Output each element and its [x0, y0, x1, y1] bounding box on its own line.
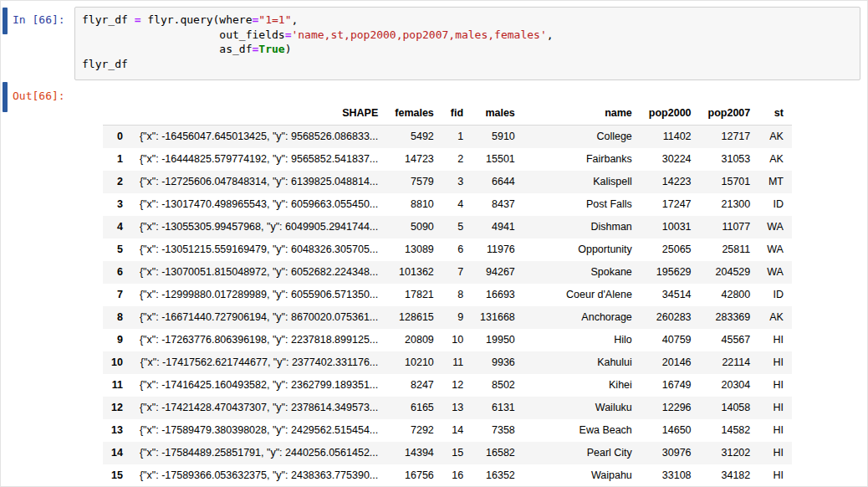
- cell-pop2000: 25065: [641, 238, 700, 261]
- cell-pop2007: 42800: [700, 284, 759, 306]
- cell-pop2007: 45567: [700, 329, 759, 351]
- cell-fid: 10: [442, 329, 472, 351]
- cell-pop2007: 14582: [700, 419, 759, 442]
- cell-pop2007: 204529: [700, 261, 759, 284]
- cell-SHAPE: {"x": -16671440.727906194, "y": 8670020.…: [131, 306, 386, 329]
- cell-males: 94267: [472, 261, 523, 284]
- cell-SHAPE: {"x": -16456047.645013425, "y": 9568526.…: [131, 126, 386, 149]
- row-index: 7: [103, 284, 131, 306]
- dataframe-header: SHAPEfemalesfidmalesnamepop2000pop2007st: [103, 102, 792, 126]
- index-column-header: [103, 102, 131, 126]
- code-editor[interactable]: flyr_df = flyr.query(where="1=1", out_fi…: [74, 7, 860, 80]
- table-row: 2{"x": -12725606.047848314, "y": 6139825…: [103, 171, 792, 193]
- cell-fid: 16: [442, 464, 472, 487]
- cell-males: 6131: [472, 397, 523, 419]
- code-content: flyr_df = flyr.query(where="1=1", out_fi…: [82, 13, 853, 71]
- cell-females: 7579: [386, 171, 442, 193]
- table-row: 5{"x": -13051215.559169479, "y": 6048326…: [103, 238, 792, 261]
- column-header-SHAPE: SHAPE: [131, 102, 386, 126]
- code-token: ): [285, 43, 292, 55]
- cell-pop2000: 17247: [641, 193, 700, 216]
- cell-pop2007: 283369: [700, 306, 759, 329]
- cell-fid: 8: [442, 284, 472, 306]
- cell-st: HI: [758, 464, 792, 487]
- cell-st: ID: [758, 193, 792, 216]
- cell-females: 128615: [386, 306, 442, 329]
- cell-st: AK: [758, 148, 792, 171]
- cell-SHAPE: {"x": -12999880.017289989, "y": 6055906.…: [131, 284, 386, 306]
- cell-st: AK: [758, 306, 792, 329]
- row-index: 1: [103, 148, 131, 171]
- cell-males: 19950: [472, 329, 523, 351]
- table-row: 8{"x": -16671440.727906194, "y": 8670020…: [103, 306, 792, 329]
- cell-males: 9936: [472, 351, 523, 374]
- input-cell-collapser[interactable]: [3, 8, 8, 34]
- column-header-females: females: [386, 102, 442, 126]
- cell-females: 16756: [386, 464, 442, 487]
- table-row: 15{"x": -17589366.053632375, "y": 243836…: [103, 464, 792, 487]
- row-index: 11: [103, 374, 131, 397]
- cell-males: 6644: [472, 171, 523, 193]
- row-index: 8: [103, 306, 131, 329]
- row-index: 4: [103, 216, 131, 238]
- cell-females: 14394: [386, 442, 442, 464]
- code-token: 'name,st,pop2000,pop2007,males,females': [291, 28, 546, 41]
- cell-males: 8502: [472, 374, 523, 397]
- cell-SHAPE: {"x": -17589479.380398028, "y": 2429562.…: [131, 419, 386, 442]
- cell-males: 16352: [472, 464, 523, 487]
- cell-SHAPE: {"x": -17589366.053632375, "y": 2438363.…: [131, 464, 386, 487]
- notebook-page: In [66]: flyr_df = flyr.query(where="1=1…: [0, 0, 868, 487]
- table-row: 0{"x": -16456047.645013425, "y": 9568526…: [103, 126, 792, 149]
- row-index: 2: [103, 171, 131, 193]
- cell-females: 17821: [386, 284, 442, 306]
- row-index: 5: [103, 238, 131, 261]
- cell-males: 5910: [472, 126, 523, 149]
- cell-name: Hilo: [523, 329, 641, 351]
- cell-name: Kahului: [523, 351, 641, 374]
- cell-pop2000: 40759: [641, 329, 700, 351]
- cell-pop2007: 31053: [700, 148, 759, 171]
- cell-pop2000: 14223: [641, 171, 700, 193]
- output-cell-collapser[interactable]: [3, 82, 8, 112]
- cell-st: HI: [758, 442, 792, 464]
- cell-pop2000: 33108: [641, 464, 700, 487]
- cell-fid: 3: [442, 171, 472, 193]
- cell-pop2007: 34182: [700, 464, 759, 487]
- cell-pop2007: 21300: [700, 193, 759, 216]
- cell-females: 5492: [386, 126, 442, 149]
- row-index: 9: [103, 329, 131, 351]
- cell-pop2000: 34514: [641, 284, 700, 306]
- row-index: 3: [103, 193, 131, 216]
- cell-pop2000: 10031: [641, 216, 700, 238]
- row-index: 0: [103, 126, 131, 149]
- code-token: out_fields: [82, 28, 285, 41]
- cell-SHAPE: {"x": -13051215.559169479, "y": 6048326.…: [131, 238, 386, 261]
- row-index: 10: [103, 351, 131, 374]
- cell-name: Waipahu: [523, 464, 641, 487]
- column-header-st: st: [758, 102, 792, 126]
- cell-SHAPE: {"x": -12725606.047848314, "y": 6139825.…: [131, 171, 386, 193]
- cell-fid: 15: [442, 442, 472, 464]
- cell-pop2007: 20304: [700, 374, 759, 397]
- code-token: flyr.query(where: [140, 13, 252, 26]
- cell-name: Post Falls: [523, 193, 641, 216]
- cell-pop2000: 195629: [641, 261, 700, 284]
- cell-name: Ewa Beach: [523, 419, 641, 442]
- cell-pop2000: 16749: [641, 374, 700, 397]
- cell-pop2000: 12296: [641, 397, 700, 419]
- table-row: 4{"x": -13055305.99457968, "y": 6049905.…: [103, 216, 792, 238]
- cell-males: 11976: [472, 238, 523, 261]
- cell-pop2000: 30976: [641, 442, 700, 464]
- cell-males: 4941: [472, 216, 523, 238]
- cell-males: 131668: [472, 306, 523, 329]
- cell-st: HI: [758, 351, 792, 374]
- cell-males: 16693: [472, 284, 523, 306]
- cell-females: 20809: [386, 329, 442, 351]
- cell-SHAPE: {"x": -13017470.498965543, "y": 6059663.…: [131, 193, 386, 216]
- cell-SHAPE: {"x": -17416425.160493582, "y": 2362799.…: [131, 374, 386, 397]
- cell-name: Wailuku: [523, 397, 641, 419]
- dataframe-header-row: SHAPEfemalesfidmalesnamepop2000pop2007st: [103, 102, 792, 126]
- cell-females: 8810: [386, 193, 442, 216]
- cell-st: AK: [758, 126, 792, 149]
- table-row: 1{"x": -16444825.579774192, "y": 9565852…: [103, 148, 792, 171]
